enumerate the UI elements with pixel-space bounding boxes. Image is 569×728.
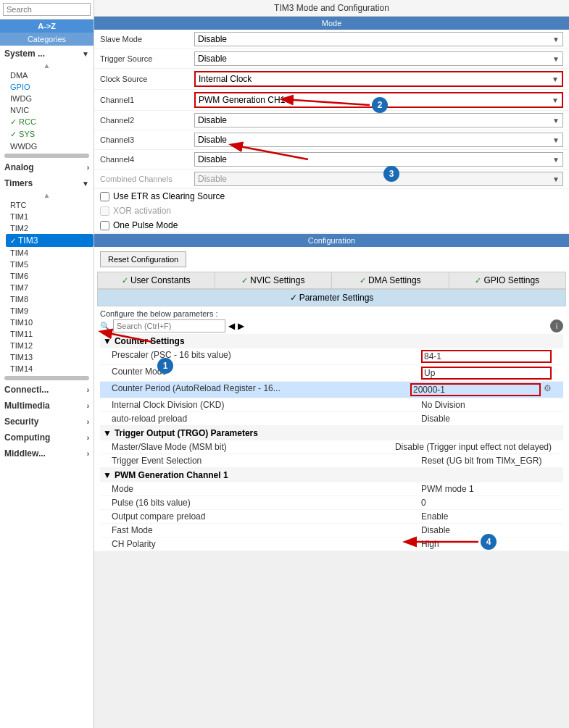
nvic-check-icon: ✓ bbox=[241, 276, 248, 285]
sidebar-item-nvic[interactable]: NVIC bbox=[6, 104, 94, 116]
sidebar-item-gpio[interactable]: GPIO bbox=[6, 81, 94, 93]
connectivity-section[interactable]: Connecti... › bbox=[0, 382, 94, 398]
counter-settings-group[interactable]: ▼ Counter Settings bbox=[100, 334, 563, 348]
slave-mode-arrow-icon: ▼ bbox=[552, 35, 560, 43]
sidebar-item-tim12[interactable]: TIM12 bbox=[6, 340, 94, 351]
channel4-select[interactable]: Disable ▼ bbox=[194, 152, 563, 167]
sidebar-item-sys[interactable]: ✓ SYS bbox=[6, 128, 94, 141]
reset-config-button[interactable]: Reset Configuration bbox=[100, 251, 186, 267]
nav-left-icon[interactable]: ◀ bbox=[228, 321, 235, 331]
multimedia-arrow-icon: › bbox=[87, 402, 89, 410]
sidebar-item-wwdg[interactable]: WWDG bbox=[6, 141, 94, 152]
trigger-output-group[interactable]: ▼ Trigger Output (TRGO) Parameters bbox=[100, 426, 563, 440]
info-button[interactable]: i bbox=[550, 319, 563, 332]
tab-user-constants-label: User Constants bbox=[130, 275, 191, 285]
security-label: Security bbox=[4, 417, 38, 427]
analog-label: Analog bbox=[4, 162, 34, 172]
xor-checkbox[interactable] bbox=[100, 206, 109, 216]
pwm-channel-label: PWM Generation Channel 1 bbox=[115, 470, 228, 480]
multimedia-section[interactable]: Multimedia › bbox=[0, 398, 94, 414]
clock-source-select[interactable]: Internal Clock ▼ bbox=[194, 71, 563, 87]
sidebar-item-tim1[interactable]: TIM1 bbox=[6, 211, 94, 222]
trigger-source-arrow-icon: ▼ bbox=[552, 55, 560, 63]
sidebar-item-tim7[interactable]: TIM7 bbox=[6, 282, 94, 293]
param-counter-mode-value: Up bbox=[421, 367, 552, 380]
system-arrow-icon: ▼ bbox=[82, 50, 89, 58]
tab-gpio-settings[interactable]: ✓ GPIO Settings bbox=[449, 272, 566, 288]
sidebar-item-tim8[interactable]: TIM8 bbox=[6, 293, 94, 305]
sidebar-item-tim14[interactable]: TIM14 bbox=[6, 363, 94, 375]
sidebar-item-tim6[interactable]: TIM6 bbox=[6, 270, 94, 282]
timers-section[interactable]: Timers ▼ bbox=[0, 175, 94, 191]
pwm-collapse-icon: ▼ bbox=[103, 470, 112, 480]
tab-user-constants[interactable]: ✓ User Constants bbox=[98, 272, 215, 288]
sidebar-item-rcc[interactable]: ✓ RCC bbox=[6, 116, 94, 128]
search-input[interactable] bbox=[3, 3, 91, 16]
param-msm-name: Master/Slave Mode (MSM bit) bbox=[112, 442, 395, 452]
sidebar-item-tim5[interactable]: TIM5 bbox=[6, 259, 94, 270]
sidebar-item-tim10[interactable]: TIM10 bbox=[6, 317, 94, 328]
timers-scrollbar[interactable] bbox=[4, 376, 89, 380]
title-bar: TIM3 Mode and Configuration bbox=[94, 0, 569, 17]
table-row: Counter Mode Up bbox=[100, 365, 563, 382]
param-pwm-mode-name: Mode bbox=[112, 484, 421, 494]
sidebar-item-dma[interactable]: DMA bbox=[6, 70, 94, 81]
clock-source-label: Clock Source bbox=[100, 75, 194, 83]
use-etr-checkbox[interactable] bbox=[100, 192, 109, 201]
clock-source-value: Internal Clock bbox=[199, 74, 252, 84]
slave-mode-row: Slave Mode Disable ▼ bbox=[94, 30, 569, 49]
table-row: Output compare preload Enable bbox=[100, 510, 563, 524]
param-ckd-name: Internal Clock Division (CKD) bbox=[112, 400, 421, 410]
sidebar-item-tim11[interactable]: TIM11 bbox=[6, 328, 94, 340]
trigger-source-select[interactable]: Disable ▼ bbox=[194, 51, 563, 66]
az-button[interactable]: A->Z bbox=[0, 20, 94, 33]
nav-right-icon[interactable]: ▶ bbox=[238, 321, 244, 331]
tab-nvic-settings[interactable]: ✓ NVIC Settings bbox=[215, 272, 333, 288]
channel4-row: Channel4 Disable ▼ bbox=[94, 150, 569, 170]
sidebar-item-rtc[interactable]: RTC bbox=[6, 199, 94, 211]
config-header: Configuration bbox=[94, 234, 569, 247]
channel3-select[interactable]: Disable ▼ bbox=[194, 133, 563, 147]
param-autoreload-name: auto-reload preload bbox=[112, 414, 421, 424]
user-constants-check-icon: ✓ bbox=[122, 276, 128, 285]
sidebar-item-tim9[interactable]: TIM9 bbox=[6, 305, 94, 317]
channel3-value: Disable bbox=[198, 135, 227, 145]
param-msm-value: Disable (Trigger input effect not delaye… bbox=[395, 442, 552, 452]
tab-dma-settings[interactable]: ✓ DMA Settings bbox=[332, 272, 449, 288]
params-label: Configure the below parameters : bbox=[100, 309, 563, 318]
gear-icon[interactable]: ⚙ bbox=[544, 383, 552, 396]
computing-label: Computing bbox=[4, 432, 50, 443]
sidebar-item-tim13[interactable]: TIM13 bbox=[6, 351, 94, 363]
trigger-source-label: Trigger Source bbox=[100, 54, 194, 63]
channel1-value: PWM Generation CH1 bbox=[199, 95, 285, 105]
use-etr-label: Use ETR as Clearing Source bbox=[113, 191, 225, 201]
categories-button[interactable]: Categories bbox=[0, 33, 94, 46]
security-arrow-icon: › bbox=[87, 418, 89, 426]
table-row-highlighted[interactable]: Counter Period (AutoReload Register - 16… bbox=[100, 382, 563, 398]
system-scrollbar[interactable] bbox=[4, 154, 89, 158]
pwm-channel-group[interactable]: ▼ PWM Generation Channel 1 bbox=[100, 468, 563, 482]
slave-mode-label: Slave Mode bbox=[100, 35, 194, 43]
timers-scroll-up[interactable]: ▲ bbox=[0, 191, 94, 199]
channel2-select[interactable]: Disable ▼ bbox=[194, 113, 563, 127]
analog-section[interactable]: Analog › bbox=[0, 159, 94, 175]
channel2-value: Disable bbox=[198, 115, 227, 125]
middleware-section[interactable]: Middlew... › bbox=[0, 445, 94, 461]
main-content: TIM3 Mode and Configuration Mode Slave M… bbox=[94, 0, 569, 728]
table-row: Pulse (16 bits value) 0 bbox=[100, 496, 563, 510]
computing-section[interactable]: Computing › bbox=[0, 430, 94, 445]
system-section[interactable]: System ... ▼ bbox=[0, 46, 94, 62]
sidebar-item-tim4[interactable]: TIM4 bbox=[6, 247, 94, 259]
slave-mode-select[interactable]: Disable ▼ bbox=[194, 32, 563, 46]
param-fast-mode-value: Disable bbox=[421, 525, 552, 535]
one-pulse-checkbox[interactable] bbox=[100, 221, 109, 230]
scroll-up[interactable]: ▲ bbox=[0, 62, 94, 70]
sidebar-item-iwdg[interactable]: IWDG bbox=[6, 93, 94, 104]
security-section[interactable]: Security › bbox=[0, 414, 94, 430]
param-prescaler-name: Prescaler (PSC - 16 bits value) bbox=[112, 350, 421, 363]
params-search-input[interactable] bbox=[113, 319, 225, 332]
sidebar-item-tim2[interactable]: TIM2 bbox=[6, 222, 94, 234]
sidebar-item-tim3[interactable]: ✓ TIM3 bbox=[6, 234, 94, 247]
channel1-select[interactable]: PWM Generation CH1 ▼ bbox=[194, 92, 563, 108]
active-tab-row[interactable]: ✓ Parameter Settings bbox=[97, 289, 566, 306]
